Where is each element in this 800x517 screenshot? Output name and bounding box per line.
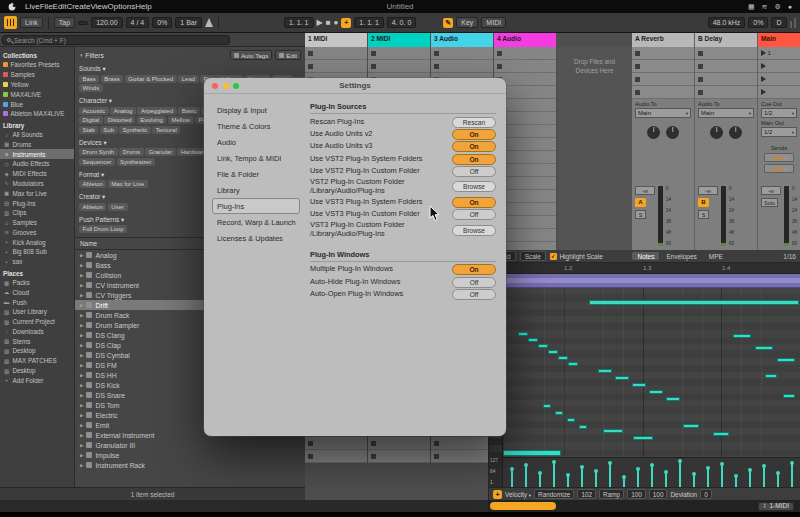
menu-item[interactable]: View — [90, 2, 107, 11]
send-b-knob[interactable] — [666, 126, 679, 139]
expand-arrow-icon[interactable]: ▶ — [80, 453, 83, 458]
setting-toggle-button[interactable]: Browse — [452, 225, 496, 236]
midi-note[interactable] — [683, 424, 699, 428]
midi-note[interactable] — [503, 450, 561, 456]
solo-button[interactable]: S — [635, 210, 646, 219]
arrangement-position-field[interactable]: 1. 1. 1 — [284, 17, 313, 29]
expand-arrow-icon[interactable]: ▶ — [80, 433, 83, 438]
crossfade-assign-button[interactable]: B — [698, 198, 709, 207]
filter-tag[interactable]: Synthesizer — [117, 158, 155, 166]
settings-nav-item[interactable]: Link, Tempo & MIDI — [212, 150, 300, 166]
collapse-arrow-icon[interactable]: ▼ — [79, 53, 83, 58]
scale-button[interactable]: Scale — [520, 251, 546, 261]
tempo-value[interactable]: 120.00 — [91, 17, 122, 29]
clip-stop-icon[interactable] — [698, 77, 703, 82]
clip-stop-icon[interactable] — [497, 64, 502, 69]
track-header[interactable]: 3 Audio — [431, 33, 493, 47]
library-item[interactable]: ◇ Audio Effects — [0, 159, 74, 169]
library-item[interactable]: ▤ Plug-Ins — [0, 198, 74, 208]
velocity-stem[interactable] — [651, 465, 653, 487]
highlight-scale-toggle[interactable]: ✓ Highlight Scale — [550, 253, 603, 260]
metronome-icon[interactable] — [205, 18, 213, 27]
audio-to-chooser[interactable]: Main▾ — [698, 108, 754, 118]
midi-note[interactable] — [603, 429, 623, 433]
tempo-field[interactable] — [78, 21, 88, 25]
collection-item[interactable]: Blue — [0, 99, 74, 109]
place-item[interactable]: ▧ User Library — [0, 307, 74, 317]
velocity-stem[interactable] — [539, 473, 541, 487]
time-signature-field[interactable]: 4 / 4 — [126, 17, 150, 29]
ableton-logo-icon[interactable] — [4, 16, 17, 29]
settings-nav-item[interactable]: Record, Warp & Launch — [212, 214, 300, 230]
clip-stop-icon[interactable] — [308, 441, 313, 446]
send-a-knob[interactable] — [647, 126, 660, 139]
setting-toggle-button[interactable]: On — [452, 141, 496, 152]
midi-note[interactable] — [567, 418, 575, 422]
minimize-window-icon[interactable] — [223, 83, 229, 89]
ramp-button[interactable]: Ramp — [599, 489, 624, 499]
expand-arrow-icon[interactable]: ▶ — [80, 423, 83, 428]
velocity-stem[interactable] — [749, 470, 751, 487]
loop-start-field[interactable]: 1. 1. 1 — [354, 17, 383, 29]
midi-note[interactable] — [538, 344, 548, 348]
velocity-stem[interactable] — [581, 467, 583, 487]
midi-note[interactable] — [765, 374, 777, 378]
filter-tag[interactable]: Winds — [79, 84, 103, 92]
audio-to-chooser[interactable]: Main▾ — [635, 108, 691, 118]
library-item[interactable]: ▥ Clips — [0, 208, 74, 218]
velocity-stem[interactable] — [721, 464, 723, 487]
library-item[interactable]: ▦ Drums — [0, 139, 74, 149]
clip-slot[interactable] — [632, 86, 694, 99]
clip-slot[interactable] — [494, 47, 556, 60]
clip-slot[interactable] — [695, 60, 757, 73]
clip-stop-icon[interactable] — [434, 441, 439, 446]
track-header[interactable]: 2 MIDI — [368, 33, 430, 47]
setting-toggle-button[interactable]: Off — [452, 166, 496, 177]
status-icon[interactable]: ▦ — [748, 3, 755, 11]
collections-header[interactable]: Collections — [0, 49, 74, 60]
clip-slot[interactable] — [695, 73, 757, 86]
library-item[interactable]: ◈ MIDI Effects — [0, 169, 74, 179]
place-item[interactable]: ▧ MAX PATCHES — [0, 356, 74, 366]
filter-tag[interactable]: Sub — [100, 126, 118, 134]
filter-tag[interactable]: Granular — [145, 148, 175, 156]
velocity-stem[interactable] — [679, 461, 681, 487]
draw-mode-button[interactable]: ✎ — [443, 18, 453, 28]
clip-stop-icon[interactable] — [434, 64, 439, 69]
device-list-item[interactable]: ▶ Granulator III — [75, 440, 305, 450]
main-track-header[interactable]: Main — [758, 33, 800, 47]
menu-item[interactable]: Edit — [53, 2, 67, 11]
status-icon[interactable]: ≋ — [762, 3, 768, 11]
library-item[interactable]: ◆ Instruments — [0, 149, 74, 159]
filter-tag[interactable]: Stab — [79, 126, 98, 134]
velocity-stem[interactable] — [637, 469, 639, 487]
velocity-stem[interactable] — [735, 476, 737, 487]
place-item[interactable]: ▧ Current Project — [0, 317, 74, 327]
library-item[interactable]: ▣ Max for Live — [0, 188, 74, 198]
place-item[interactable]: ↓ Downloads — [0, 327, 74, 337]
scene-launch-icon[interactable] — [761, 63, 766, 69]
scene-launch-icon[interactable] — [761, 76, 766, 82]
expand-arrow-icon[interactable]: ▶ — [80, 293, 83, 298]
filter-tag[interactable]: Ableton — [79, 180, 106, 188]
midi-note[interactable] — [615, 376, 629, 380]
midi-note[interactable] — [755, 346, 773, 350]
midi-note[interactable] — [543, 404, 551, 408]
clip-stop-icon[interactable] — [371, 454, 376, 459]
scene-launch-icon[interactable] — [761, 89, 766, 95]
expand-arrow-icon[interactable]: ▶ — [80, 393, 83, 398]
clip-selector[interactable]: ▲▼ 1-MIDI — [758, 502, 794, 511]
midi-note[interactable] — [568, 362, 578, 366]
place-item[interactable]: ▧ Desktop — [0, 366, 74, 376]
velocity-stem[interactable] — [791, 463, 793, 487]
search-input[interactable]: Search (Cmd + F) — [2, 35, 230, 45]
clip-selector-arrows[interactable]: ▲▼ — [763, 503, 766, 509]
clip-stop-icon[interactable] — [698, 64, 703, 69]
filter-tag[interactable]: Guitar & Plucked — [125, 75, 177, 83]
midi-note[interactable] — [632, 383, 646, 387]
piano-roll[interactable] — [503, 274, 800, 457]
velocity-stem[interactable] — [553, 462, 555, 487]
randomize-button[interactable]: Randomize — [534, 489, 574, 499]
filter-tag[interactable]: Lead — [178, 75, 198, 83]
filter-tag[interactable]: Ableton — [79, 203, 106, 211]
